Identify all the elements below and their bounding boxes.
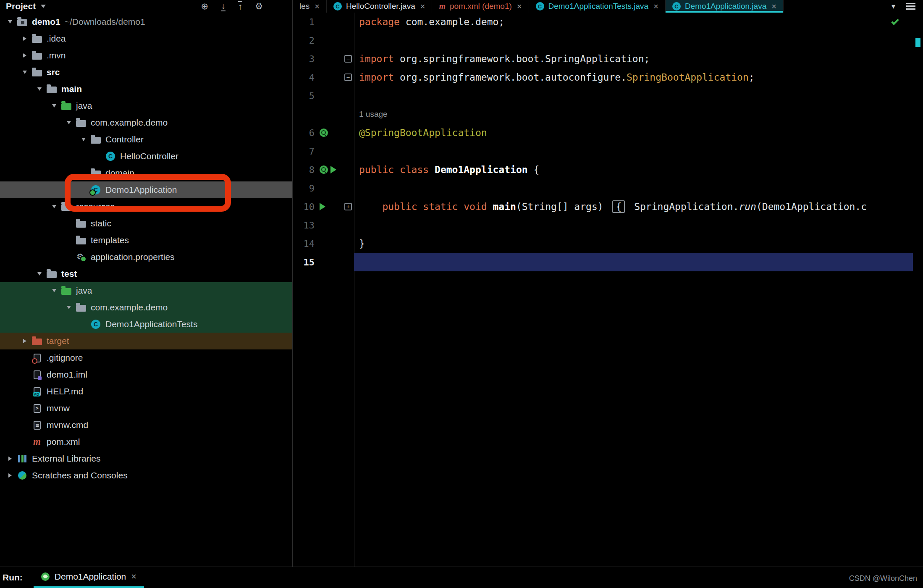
editor-line-6[interactable]: 6@SpringBootApplication (293, 123, 913, 142)
gutter[interactable]: 13 (293, 216, 354, 234)
tree-item-com-example-demo[interactable]: com.example.demo (0, 114, 292, 131)
editor-line-9[interactable]: 9 (293, 179, 913, 197)
fold-open-icon[interactable]: − (344, 74, 352, 81)
fold-open-icon[interactable]: − (344, 55, 352, 63)
close-icon[interactable]: × (131, 571, 136, 582)
fold-gutter[interactable]: − (343, 55, 353, 63)
code-editor[interactable]: 1package com.example.demo;23−import org.… (293, 13, 913, 567)
tree-item-com-example-demo[interactable]: com.example.demo (0, 299, 292, 316)
run-tab-demo1application[interactable]: Demo1Application × (34, 567, 144, 588)
tab-demo1applicationtests-java[interactable]: CDemo1ApplicationTests.java× (529, 0, 666, 13)
tree-item-java[interactable]: java (0, 282, 292, 299)
gutter[interactable]: 6 (293, 123, 354, 142)
tree-item-external-libraries[interactable]: External Libraries (0, 450, 292, 467)
tree-item-target[interactable]: target (0, 333, 292, 349)
tree-item-mvnw-cmd[interactable]: mvnw.cmd (0, 417, 292, 433)
settings-icon[interactable] (255, 2, 263, 11)
tree-item-demo1[interactable]: demo1~/Downloads/demo1 (0, 13, 292, 30)
code-content[interactable]: } (354, 234, 913, 253)
editor-menu-icon[interactable] (906, 3, 915, 10)
code-content[interactable] (354, 87, 913, 105)
tree-item-templates[interactable]: templates (0, 232, 292, 249)
editor-line-5[interactable]: 5 (293, 87, 913, 105)
tree-item-mvnw[interactable]: mvnw (0, 400, 292, 417)
gutter[interactable]: 8 (293, 160, 354, 179)
gutter[interactable]: 3− (293, 50, 354, 68)
close-icon[interactable]: × (420, 2, 425, 11)
code-content[interactable] (354, 142, 913, 160)
editor-line-14[interactable]: 14} (293, 234, 913, 253)
chevron-down-icon[interactable] (48, 289, 60, 292)
tree-item--gitignore[interactable]: .gitignore (0, 349, 292, 366)
tree-item-help-md[interactable]: HELP.md (0, 383, 292, 400)
tree-item-application-properties[interactable]: application.properties (0, 249, 292, 265)
editor-line-8[interactable]: 8public class Demo1Application { (293, 160, 913, 179)
close-icon[interactable]: × (653, 2, 658, 11)
code-content[interactable]: public static void main(String[] args) {… (354, 197, 913, 216)
gutter[interactable]: 1 (293, 13, 354, 31)
tab-les[interactable]: les× (293, 0, 327, 13)
tree-item-demo1-iml[interactable]: demo1.iml (0, 366, 292, 383)
code-content[interactable] (354, 216, 913, 234)
chevron-down-icon[interactable] (34, 272, 45, 276)
editor-line-10[interactable]: 10+ public static void main(String[] arg… (293, 197, 913, 216)
tree-item-domain[interactable]: domain (0, 165, 292, 181)
editor-line-3[interactable]: 3−import org.springframework.boot.Spring… (293, 50, 913, 68)
editor-inlay-hint-line[interactable]: 1 usage (293, 105, 913, 123)
tree-item-hellocontroller[interactable]: CHelloController (0, 148, 292, 165)
gutter[interactable]: 2 (293, 31, 354, 50)
gutter[interactable]: 15 (293, 253, 354, 271)
code-content[interactable]: @SpringBootApplication (354, 123, 913, 142)
code-content[interactable]: public class Demo1Application { (354, 160, 913, 179)
close-icon[interactable]: × (517, 2, 522, 11)
chevron-down-icon[interactable] (41, 5, 46, 8)
tree-item-scratches-and-consoles[interactable]: Scratches and Consoles (0, 467, 292, 484)
tree-item-src[interactable]: src (0, 64, 292, 81)
tab-pom-xml-demo1-[interactable]: mpom.xml (demo1)× (432, 0, 529, 13)
usage-hint[interactable]: 1 usage (359, 110, 388, 119)
code-content[interactable]: import org.springframework.boot.autoconf… (354, 68, 913, 87)
fold-gutter[interactable]: − (343, 74, 353, 81)
gutter[interactable]: 9 (293, 179, 354, 197)
code-content[interactable] (354, 179, 913, 197)
run-icon[interactable] (320, 203, 325, 210)
code-content[interactable] (354, 31, 913, 50)
chevron-right-icon[interactable] (19, 53, 31, 58)
chevron-down-icon[interactable] (4, 20, 16, 24)
close-icon[interactable]: × (771, 2, 776, 11)
editor-line-15[interactable]: 15 (293, 253, 913, 271)
editor-line-7[interactable]: 7 (293, 142, 913, 160)
scroll-up-icon[interactable] (238, 1, 243, 11)
close-icon[interactable]: × (315, 2, 320, 11)
chevron-right-icon[interactable] (4, 473, 16, 478)
gutter[interactable] (293, 105, 354, 123)
tab-demo1application-java[interactable]: CDemo1Application.java× (666, 0, 784, 13)
tree-item-pom-xml[interactable]: mpom.xml (0, 433, 292, 450)
editor-line-1[interactable]: 1package com.example.demo; (293, 13, 913, 31)
chevron-right-icon[interactable] (19, 339, 31, 343)
scroll-down-icon[interactable] (221, 1, 226, 11)
tree-item-static[interactable]: static (0, 215, 292, 232)
chevron-down-icon[interactable] (48, 205, 60, 208)
chevron-down-icon[interactable] (19, 71, 31, 74)
gutter[interactable]: 14 (293, 234, 354, 253)
tree-item-controller[interactable]: Controller (0, 131, 292, 148)
hidden-tabs-chevron-icon[interactable] (892, 2, 895, 11)
code-content[interactable]: import org.springframework.boot.SpringAp… (354, 50, 913, 68)
chevron-down-icon[interactable] (63, 121, 75, 124)
tree-item-resources[interactable]: resources (0, 198, 292, 215)
chevron-right-icon[interactable] (4, 457, 16, 461)
tree-item-demo1applicationtests[interactable]: CDemo1ApplicationTests (0, 316, 292, 333)
tree-item--mvn[interactable]: .mvn (0, 47, 292, 64)
gutter[interactable]: 4− (293, 68, 354, 87)
code-content[interactable]: 1 usage (354, 105, 913, 123)
run-icon[interactable] (330, 166, 336, 173)
project-panel-title[interactable]: Project (6, 1, 36, 11)
tree-item-demo1application[interactable]: CDemo1Application (0, 181, 292, 198)
tree-item-test[interactable]: test (0, 265, 292, 282)
spring-bean-icon[interactable] (320, 165, 328, 174)
editor-line-2[interactable]: 2 (293, 31, 913, 50)
editor-line-4[interactable]: 4−import org.springframework.boot.autoco… (293, 68, 913, 87)
gutter[interactable]: 5 (293, 87, 354, 105)
fold-gutter[interactable]: + (343, 203, 353, 210)
